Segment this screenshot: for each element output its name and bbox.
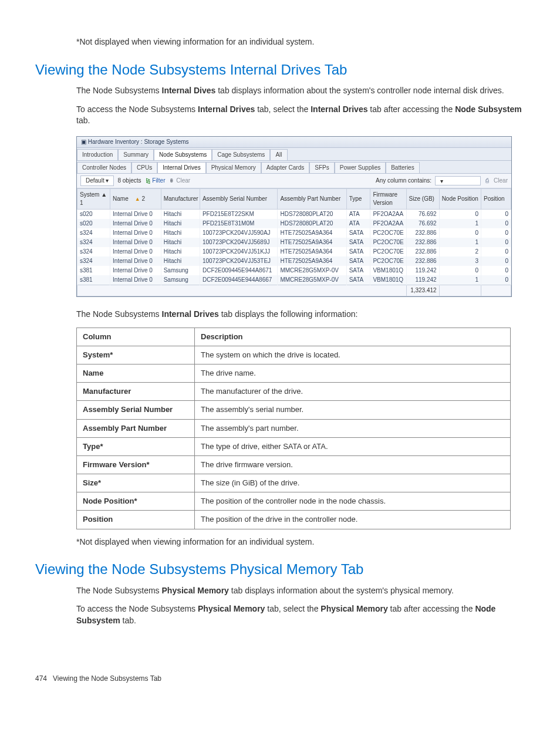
cell: 232.886 (406, 247, 439, 256)
text: To access the Node Subsystems (76, 104, 198, 114)
doc-col-name: Type* (77, 437, 195, 455)
cell: ATA (346, 209, 370, 219)
filter-link[interactable]: ⧎ Filter (145, 177, 166, 185)
table-row: Assembly Part NumberThe assembly's part … (77, 419, 511, 437)
text: The Node Subsystems (76, 309, 162, 319)
subtab-cpus[interactable]: CPUs (131, 162, 157, 173)
cell: s324 (77, 256, 110, 266)
cell: SATA (346, 275, 370, 285)
clear-filter-link[interactable]: ⧯ Clear (169, 177, 191, 185)
footer-title: Viewing the Node Subsystems Tab (53, 674, 161, 683)
table-row[interactable]: s381Internal Drive 0SamsungDCF2E009445E9… (77, 266, 511, 275)
table-row[interactable]: s020Internal Drive 0HitachiPFD215E8T31M0… (77, 219, 511, 228)
cell: 0 (481, 266, 511, 275)
table-row[interactable]: s324Internal Drive 0Hitachi100723PCK204V… (77, 256, 511, 266)
print-icon[interactable]: ⎙ (484, 177, 490, 185)
cell: 119.242 (406, 266, 439, 275)
doc-th-description: Description (195, 328, 511, 346)
table-row: NameThe drive name. (77, 364, 511, 382)
any-column-input[interactable]: ▾ (435, 176, 481, 185)
subtab-controller-nodes[interactable]: Controller Nodes (77, 162, 131, 173)
col-size[interactable]: Size (GB) (406, 188, 439, 209)
heading-physical-memory: Viewing the Node Subsystems Physical Mem… (35, 559, 525, 579)
col-node-position[interactable]: Node Position (439, 188, 481, 209)
subtab-power-supplies[interactable]: Power Supplies (335, 162, 386, 173)
cell: PFD215E8T22SKM (200, 209, 278, 219)
cell: Internal Drive 0 (110, 209, 161, 219)
cell: HTE725025A9A364 (278, 247, 346, 256)
clear-right-link[interactable]: Clear (494, 177, 508, 185)
footer-row: 1,323.412 (77, 285, 511, 296)
bold: Internal Drives (311, 104, 367, 114)
doc-col-name: System* (77, 346, 195, 364)
para-physical-memory-1: The Node Subsystems Physical Memory tab … (76, 585, 525, 597)
table-row[interactable]: s324Internal Drive 0Hitachi100723PCK204V… (77, 247, 511, 256)
column-description-table: Column Description System*The system on … (76, 328, 511, 529)
cell: s381 (77, 266, 110, 275)
top-tabstrip: Introduction Summary Node Subsystems Cag… (77, 148, 511, 161)
tab-all[interactable]: All (270, 149, 287, 160)
col-position[interactable]: Position (481, 188, 511, 209)
cell: PFD215E8T31M0M (200, 219, 278, 228)
cell: Hitachi (161, 219, 200, 228)
cell: VBM1801Q (370, 266, 406, 275)
doc-col-name: Manufacturer (77, 383, 195, 401)
cell: 100723PCK204VJJ5689J (200, 238, 278, 247)
bold-internal-dives: Internal Dives (162, 86, 216, 95)
tab-node-subsystems[interactable]: Node Subsystems (154, 149, 212, 160)
clear-filter-icon: ⧯ (169, 177, 175, 185)
cell: 0 (439, 209, 481, 219)
col-system[interactable]: System ▲ 1 (77, 188, 110, 209)
table-row[interactable]: s324Internal Drive 0Hitachi100723PCK204V… (77, 238, 511, 247)
subtab-internal-drives[interactable]: Internal Drives (157, 162, 205, 173)
cell: Internal Drive 0 (110, 256, 161, 266)
col-name[interactable]: Name ▲ 2 (110, 188, 161, 209)
default-button[interactable]: Default ▾ (80, 175, 114, 186)
cell: Internal Drive 0 (110, 266, 161, 275)
subtab-batteries[interactable]: Batteries (386, 162, 419, 173)
footnote-internal-drives: *Not displayed when viewing information … (76, 536, 525, 548)
cell: 0 (481, 275, 511, 285)
para-internal-drives-1: The Node Subsystems Internal Dives tab d… (76, 85, 525, 97)
bold: Physical Memory (198, 604, 265, 613)
subtab-adapter-cards[interactable]: Adapter Cards (261, 162, 309, 173)
cell: 232.886 (406, 238, 439, 247)
col-manufacturer[interactable]: Manufacturer (161, 188, 200, 209)
tab-summary[interactable]: Summary (118, 149, 154, 160)
bold: Internal Drives (162, 309, 219, 319)
cell: PF2OA2AA (370, 209, 406, 219)
window-title: ▣ Hardware Inventory : Storage Systems (77, 137, 511, 148)
cell: DCF2E009445E944A8671 (200, 266, 278, 275)
text: tab displays information about the syste… (229, 586, 454, 595)
tab-cage-subsystems[interactable]: Cage Subsystems (212, 149, 270, 160)
table-row: PositionThe position of the drive in the… (77, 511, 511, 529)
doc-col-name: Name (77, 364, 195, 382)
doc-col-desc: The assembly's serial number. (195, 401, 511, 419)
col-type[interactable]: Type (346, 188, 370, 209)
col-apn[interactable]: Assembly Part Number (278, 188, 346, 209)
page-footer: 474 Viewing the Node Subsystems Tab (35, 674, 525, 684)
col-firmware[interactable]: Firmware Version (370, 188, 406, 209)
table-row[interactable]: s020Internal Drive 0HitachiPFD215E8T22SK… (77, 209, 511, 219)
header-row: System ▲ 1 Name ▲ 2 Manufacturer Assembl… (77, 188, 511, 209)
subtab-sfps[interactable]: SFPs (309, 162, 334, 173)
cell: MMCRE28G5MXP-0V (278, 266, 346, 275)
cell: 0 (481, 256, 511, 266)
tab-introduction[interactable]: Introduction (77, 149, 118, 160)
cell: 0 (439, 266, 481, 275)
table-row[interactable]: s381Internal Drive 0SamsungDCF2E009445E9… (77, 275, 511, 285)
heading-internal-drives: Viewing the Node Subsystems Internal Dri… (35, 60, 525, 80)
table-row[interactable]: s324Internal Drive 0Hitachi100723PCK204V… (77, 228, 511, 238)
col-label: System (80, 191, 99, 198)
text: tab displays the following information: (219, 309, 358, 319)
bold: Physical Memory (162, 586, 229, 595)
window-icon: ▣ (80, 138, 86, 146)
cell: 119.242 (406, 275, 439, 285)
cell: s324 (77, 238, 110, 247)
doc-col-name: Size* (77, 474, 195, 492)
col-asn[interactable]: Assembly Serial Number (200, 188, 278, 209)
subtab-physical-memory[interactable]: Physical Memory (206, 162, 261, 173)
cell: s020 (77, 219, 110, 228)
cell: PC2OC70E (370, 256, 406, 266)
sort-index: 2 (142, 195, 146, 202)
